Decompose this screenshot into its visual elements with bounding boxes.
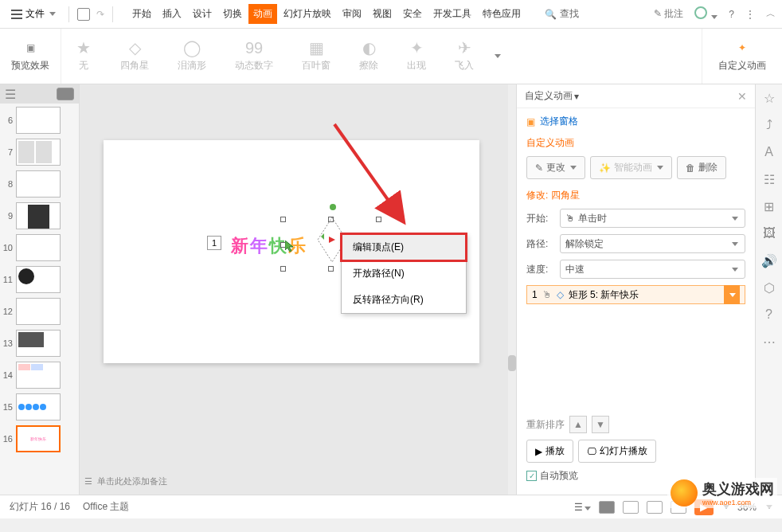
play-button[interactable]: ▶播放 bbox=[526, 440, 573, 463]
audio-tool-icon[interactable]: 🔊 bbox=[762, 253, 776, 268]
collapse-ribbon-icon[interactable]: ︿ bbox=[766, 7, 776, 21]
reading-view-icon[interactable] bbox=[647, 501, 663, 514]
settings-tool-icon[interactable]: ☷ bbox=[762, 172, 776, 186]
text-tool-icon[interactable]: A bbox=[762, 145, 776, 159]
annotate-button[interactable]: ✎ 批注 bbox=[654, 7, 683, 21]
slide-thumb-7[interactable] bbox=[16, 139, 61, 166]
effect-wipe[interactable]: ◐擦除 bbox=[345, 29, 393, 84]
text-object[interactable]: 新年快乐 bbox=[231, 234, 307, 258]
tab-insert[interactable]: 插入 bbox=[158, 4, 186, 24]
selection-pane-icon: ▣ bbox=[526, 116, 535, 127]
sorter-view-icon[interactable] bbox=[623, 501, 639, 514]
slide-thumb-13[interactable] bbox=[16, 330, 61, 357]
app-menu-button[interactable]: 文件 bbox=[6, 4, 61, 24]
slideshow-button[interactable]: 🖵幻灯片播放 bbox=[578, 440, 656, 463]
effect-blinds[interactable]: ▦百叶窗 bbox=[287, 29, 345, 84]
thumb-view-icon[interactable] bbox=[57, 88, 74, 100]
scrollbar-thumb[interactable] bbox=[508, 355, 516, 371]
speed-label: 速度: bbox=[526, 263, 555, 276]
move-up-button[interactable]: ▲ bbox=[569, 416, 587, 433]
tab-design[interactable]: 设计 bbox=[188, 4, 217, 24]
close-icon[interactable]: ✕ bbox=[737, 90, 747, 103]
hex-tool-icon[interactable]: ⬡ bbox=[762, 280, 776, 295]
tab-review[interactable]: 审阅 bbox=[338, 4, 366, 24]
speed-select[interactable]: 中速 bbox=[560, 260, 745, 279]
custom-animation-button[interactable]: ✦ 自定义动画 bbox=[702, 29, 782, 84]
watermark-logo-icon bbox=[671, 479, 698, 507]
path-select[interactable]: 解除锁定 bbox=[560, 234, 745, 253]
change-button[interactable]: ✎更改 bbox=[526, 156, 585, 179]
canvas-scrollbar[interactable] bbox=[508, 84, 516, 495]
effect-teardrop[interactable]: ◯泪滴形 bbox=[163, 29, 221, 84]
animation-list-item[interactable]: 1 🖱 ◇ 矩形 5: 新年快乐 bbox=[526, 285, 745, 304]
tab-slideshow[interactable]: 幻灯片放映 bbox=[279, 4, 336, 24]
tab-transition[interactable]: 切换 bbox=[218, 4, 247, 24]
more-tool-icon[interactable]: ⋯ bbox=[762, 334, 776, 349]
notes-bar[interactable]: ☰ 单击此处添加备注 bbox=[80, 472, 506, 490]
star-tool-icon[interactable]: ☆ bbox=[762, 91, 776, 105]
tab-special[interactable]: 特色应用 bbox=[478, 4, 526, 24]
resize-handle[interactable] bbox=[376, 217, 381, 222]
thumb-list[interactable]: 6 7 8 9 10 11 12 13 14 15 16新年快乐 bbox=[0, 104, 79, 460]
image-tool-icon[interactable]: 🖼 bbox=[762, 226, 776, 241]
slide-thumb-16[interactable]: 新年快乐 bbox=[16, 425, 61, 452]
effect-none[interactable]: ★无 bbox=[61, 29, 106, 84]
tab-security[interactable]: 安全 bbox=[398, 4, 427, 24]
search-icon: 🔍 bbox=[545, 9, 557, 20]
normal-view-icon[interactable] bbox=[599, 501, 615, 514]
search-area[interactable]: 🔍 查找 bbox=[545, 7, 579, 21]
anim-item-dropdown[interactable] bbox=[724, 285, 740, 304]
slide-thumb-6[interactable] bbox=[16, 107, 61, 134]
slide-thumb-10[interactable] bbox=[16, 234, 61, 261]
transition-tool-icon[interactable]: ⤴ bbox=[762, 118, 776, 132]
smart-anim-button[interactable]: ✨智能动画 bbox=[590, 156, 672, 179]
slide-thumb-15[interactable] bbox=[16, 393, 61, 421]
animation-sequence-badge[interactable]: 1 bbox=[207, 236, 221, 250]
resize-handle[interactable] bbox=[280, 217, 286, 222]
slide-thumb-9[interactable] bbox=[16, 202, 61, 229]
effect-dynamic[interactable]: 99动态数字 bbox=[221, 29, 287, 84]
start-select[interactable]: 🖱单击时 bbox=[560, 209, 745, 228]
help-tool-icon[interactable]: ? bbox=[762, 307, 776, 322]
menu-edit-points[interactable]: 编辑顶点(E) bbox=[342, 234, 466, 260]
effect-more[interactable] bbox=[488, 29, 506, 84]
slide-canvas[interactable]: 1 新年快乐 编辑顶点(E) 开放路径(N) bbox=[104, 140, 479, 363]
menu-open-path[interactable]: 开放路径(N) bbox=[342, 260, 466, 287]
menu-icon[interactable]: ☰ bbox=[574, 502, 591, 513]
slide-thumb-12[interactable] bbox=[16, 298, 61, 325]
effect-appear[interactable]: ✦出现 bbox=[393, 29, 440, 84]
show-start-icon[interactable] bbox=[77, 8, 90, 21]
effect-flyin[interactable]: ✈飞入 bbox=[440, 29, 488, 84]
delete-button[interactable]: 🗑删除 bbox=[677, 156, 726, 179]
rotation-handle[interactable] bbox=[330, 204, 336, 210]
preview-button[interactable]: ▣ 预览效果 bbox=[0, 29, 61, 84]
chart-tool-icon[interactable]: ⊞ bbox=[762, 199, 776, 213]
select-pane-link[interactable]: 选择窗格 bbox=[540, 115, 578, 128]
redo-icon[interactable]: ↷ bbox=[96, 9, 104, 20]
select-pane-row[interactable]: ▣ 选择窗格 bbox=[526, 115, 745, 128]
auto-preview-label: 自动预览 bbox=[540, 469, 578, 483]
slide-thumb-14[interactable] bbox=[16, 362, 61, 389]
slide-thumb-11[interactable] bbox=[16, 266, 61, 293]
thumb-row: 7 bbox=[2, 139, 77, 166]
tab-view[interactable]: 视图 bbox=[368, 4, 397, 24]
custom-anim-icon: ✦ bbox=[734, 40, 750, 56]
tab-devtools[interactable]: 开发工具 bbox=[428, 4, 476, 24]
tab-animation[interactable]: 动画 bbox=[248, 4, 277, 24]
menu-reverse-path[interactable]: 反转路径方向(R) bbox=[342, 287, 466, 313]
move-down-button[interactable]: ▼ bbox=[592, 416, 609, 433]
outline-view-icon[interactable]: ☰ bbox=[5, 87, 16, 102]
resize-handle[interactable] bbox=[280, 266, 286, 272]
resize-handle[interactable] bbox=[328, 266, 334, 272]
menu-right: ✎ 批注 ? ⋮ ︿ bbox=[654, 6, 776, 22]
sync-button[interactable] bbox=[694, 6, 717, 22]
tab-start[interactable]: 开始 bbox=[127, 4, 156, 24]
file-menu-label: 文件 bbox=[25, 7, 45, 21]
options-icon[interactable]: ⋮ bbox=[745, 9, 755, 20]
anim-item-label: 矩形 5: 新年快乐 bbox=[569, 288, 639, 302]
checkbox-checked-icon[interactable]: ✓ bbox=[526, 471, 537, 481]
panel-title-dropdown[interactable]: ▾ bbox=[574, 91, 579, 102]
slide-thumb-8[interactable] bbox=[16, 170, 61, 198]
help-icon[interactable]: ? bbox=[729, 9, 734, 20]
effect-fourstar[interactable]: ◇四角星 bbox=[106, 29, 163, 84]
